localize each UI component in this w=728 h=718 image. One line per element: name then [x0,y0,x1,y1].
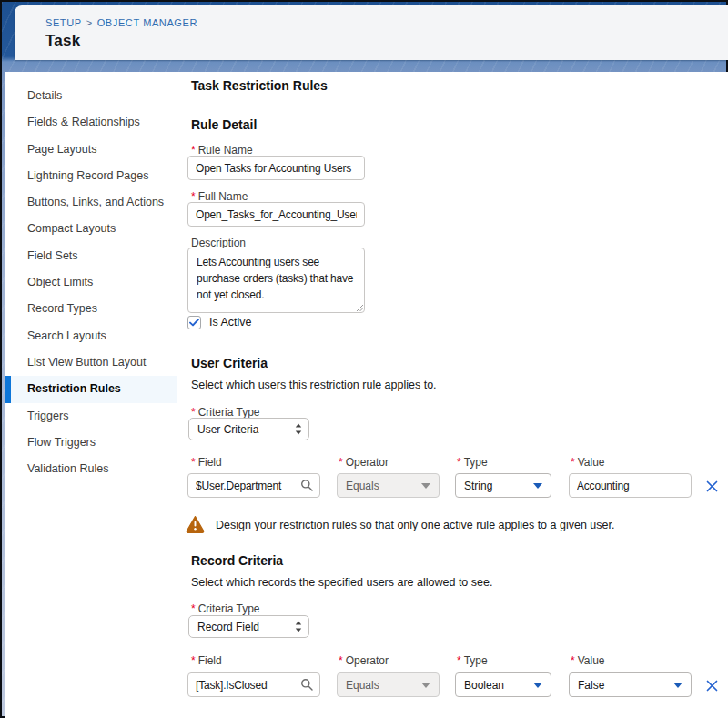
user-criteria-type-label: *Criteria Type [191,406,259,419]
sidebar-item-buttons-links-actions[interactable]: Buttons, Links, and Actions [5,189,177,216]
breadcrumb: SETUP>OBJECT MANAGER [46,17,197,28]
record-field-label: *Field [191,654,222,667]
search-icon[interactable] [300,479,313,491]
sidebar-item-details[interactable]: Details [5,83,177,109]
rule-name-label: *Rule Name [191,144,253,157]
close-icon [706,680,718,692]
user-operator-dropdown: Equals [337,473,440,498]
required-asterisk: * [191,654,196,667]
user-operator-label: *Operator [339,456,389,469]
remove-record-criteria-row-button[interactable] [703,677,720,693]
chevron-down-icon [533,483,542,489]
search-icon[interactable] [300,678,313,691]
is-active-label: Is Active [209,316,252,329]
chevron-down-icon [421,683,430,688]
required-asterisk: * [339,456,343,469]
user-criteria-intro: Select which users this restriction rule… [191,379,437,391]
user-field-lookup[interactable] [187,473,320,498]
sidebar-item-page-layouts[interactable]: Page Layouts [5,137,177,163]
sidebar-item-compact-layouts[interactable]: Compact Layouts [5,216,177,242]
user-value-input[interactable] [569,473,692,498]
required-asterisk: * [339,654,343,667]
full-name-input[interactable] [187,202,365,227]
rule-detail-heading: Rule Detail [191,117,257,132]
record-criteria-heading: Record Criteria [191,553,283,568]
sidebar-item-field-sets[interactable]: Field Sets [5,243,177,269]
object-manager-sidebar: Details Fields & Relationships Page Layo… [5,72,177,718]
user-field-label: *Field [191,456,222,469]
record-value-dropdown[interactable]: False [569,672,692,697]
record-type-dropdown[interactable]: Boolean [455,672,551,697]
sidebar-item-lightning-record-pages[interactable]: Lightning Record Pages [5,163,177,189]
select-stepper-icon [295,621,302,632]
required-asterisk: * [191,406,196,419]
warning-text: Design your restriction rules so that on… [216,519,614,531]
chevron-down-icon [533,683,542,688]
breadcrumb-object-manager-link[interactable]: OBJECT MANAGER [97,17,197,28]
object-header-card: SETUP>OBJECT MANAGER Task [15,5,728,60]
required-asterisk: * [571,654,575,667]
warning-icon [186,515,205,533]
salesforce-setup-window: SETUP>OBJECT MANAGER Task Details Fields… [0,0,728,718]
content-area: Details Fields & Relationships Page Layo… [5,72,728,718]
sidebar-item-object-limits[interactable]: Object Limits [5,269,177,296]
sidebar-item-search-layouts[interactable]: Search Layouts [5,323,177,349]
record-type-label: *Type [457,654,488,667]
user-criteria-heading: User Criteria [191,356,268,370]
remove-user-criteria-row-button[interactable] [703,478,720,494]
page-title: Task [46,32,80,50]
rule-name-input[interactable] [187,156,365,180]
user-value-label: *Value [571,456,604,469]
full-name-label: *Full Name [191,190,248,203]
user-type-dropdown[interactable]: String [455,473,551,498]
sidebar-item-flow-triggers[interactable]: Flow Triggers [5,430,177,456]
record-operator-label: *Operator [339,654,389,667]
breadcrumb-setup-link[interactable]: SETUP [46,17,82,28]
sidebar-item-restriction-rules[interactable]: Restriction Rules [5,376,177,402]
required-asterisk: * [457,654,461,667]
close-icon [706,480,718,492]
required-asterisk: * [191,144,196,157]
required-asterisk: * [191,602,196,615]
sidebar-item-record-types[interactable]: Record Types [5,296,177,322]
record-criteria-type-label: *Criteria Type [191,602,259,615]
sidebar-item-triggers[interactable]: Triggers [5,403,177,430]
record-operator-dropdown: Equals [337,672,440,697]
record-field-lookup[interactable] [187,672,320,697]
record-value-label: *Value [571,654,604,667]
required-asterisk: * [457,456,461,469]
chevron-down-icon [421,483,430,489]
check-icon [189,319,199,327]
chevron-down-icon [673,683,682,688]
user-criteria-type-select[interactable]: User Criteria [188,418,309,440]
select-stepper-icon [295,423,302,435]
main-title: Task Restriction Rules [191,78,328,93]
sidebar-item-validation-rules[interactable]: Validation Rules [5,456,177,482]
record-criteria-type-select[interactable]: Record Field [188,615,309,638]
record-criteria-intro: Select which records the specified users… [191,576,492,589]
required-asterisk: * [191,456,196,469]
is-active-checkbox[interactable] [187,316,201,329]
breadcrumb-separator: > [86,17,93,28]
sidebar-item-fields-relationships[interactable]: Fields & Relationships [5,109,177,136]
user-type-label: *Type [457,456,488,469]
required-asterisk: * [571,456,575,469]
required-asterisk: * [191,190,196,203]
sidebar-item-list-view-button-layout[interactable]: List View Button Layout [5,349,177,376]
description-textarea[interactable]: Lets Accounting users see purchase order… [187,248,365,313]
